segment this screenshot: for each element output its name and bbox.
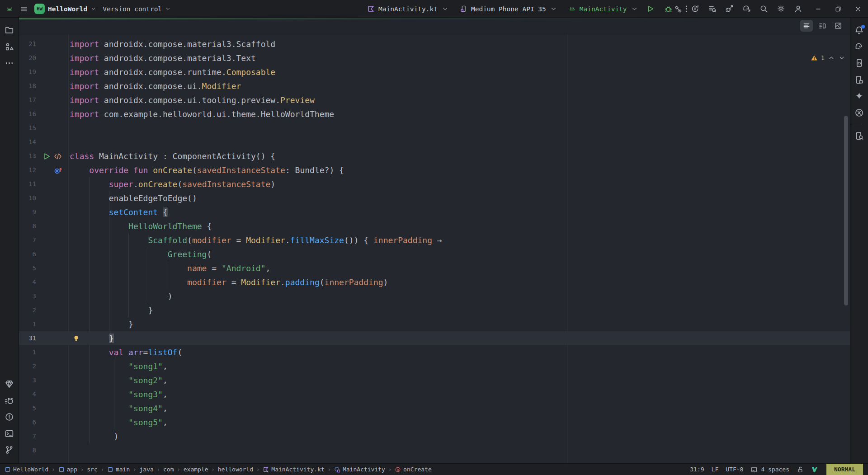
- code-line[interactable]: 2 "song1",: [19, 359, 850, 373]
- code-line[interactable]: 7 Scaffold(modifier = Modifier.fillMaxSi…: [19, 233, 850, 247]
- attach-debugger-button[interactable]: [723, 3, 735, 15]
- gutter[interactable]: [39, 289, 62, 303]
- gutter[interactable]: [39, 163, 62, 177]
- code-line[interactable]: 20import androidx.compose.material3.Text: [19, 51, 850, 65]
- code-line[interactable]: 6 Greeting(: [19, 247, 850, 261]
- code-line[interactable]: 5 "song4",: [19, 401, 850, 415]
- gutter[interactable]: [39, 331, 62, 345]
- settings-button[interactable]: [775, 3, 787, 15]
- code-line[interactable]: 1 val arr=listOf(: [19, 345, 850, 359]
- window-restore-button[interactable]: [828, 0, 848, 18]
- resource-manager-tool-button[interactable]: [2, 39, 17, 54]
- breadcrumb-item-helloworld[interactable]: HelloWorld: [5, 466, 48, 473]
- gutter[interactable]: [39, 51, 62, 65]
- main-menu-button[interactable]: [20, 5, 28, 13]
- gutter[interactable]: [39, 121, 62, 135]
- profile-button[interactable]: [792, 3, 804, 15]
- gutter[interactable]: [39, 415, 62, 429]
- logcat-tool-button[interactable]: [2, 393, 17, 408]
- code-line[interactable]: 1 }: [19, 317, 850, 331]
- code-line[interactable]: 16import com.example.helloworld.ui.theme…: [19, 107, 850, 121]
- run-button[interactable]: [645, 3, 656, 15]
- code-line[interactable]: 2 }: [19, 303, 850, 317]
- gutter[interactable]: [39, 149, 62, 163]
- editor-view-split-button[interactable]: [816, 20, 829, 32]
- code-line[interactable]: 14: [19, 135, 850, 149]
- gutter[interactable]: [39, 429, 62, 443]
- project-selector[interactable]: HW HelloWorld: [34, 4, 96, 14]
- app-quality-insights-button[interactable]: [852, 105, 867, 120]
- breadcrumb-item-oncreate[interactable]: monCreate: [395, 466, 432, 473]
- terminal-tool-button[interactable]: [2, 426, 17, 441]
- gutter[interactable]: [39, 373, 62, 387]
- breadcrumb-item-java[interactable]: java: [140, 466, 154, 473]
- gutter[interactable]: [39, 443, 62, 457]
- indent-widget[interactable]: 4 spaces: [750, 466, 789, 473]
- code-line[interactable]: 17import androidx.compose.ui.tooling.pre…: [19, 93, 850, 107]
- gutter[interactable]: [39, 65, 62, 79]
- gutter[interactable]: [39, 247, 62, 261]
- gutter[interactable]: [39, 219, 62, 233]
- code-line[interactable]: 4 modifier = Modifier.padding(innerPaddi…: [19, 275, 850, 289]
- gradle-tool-button[interactable]: [852, 39, 867, 54]
- line-ending-widget[interactable]: LF: [712, 466, 719, 473]
- override-gutter-icon[interactable]: [53, 166, 62, 175]
- gutter[interactable]: [39, 79, 62, 93]
- unlocked-icon[interactable]: [797, 466, 804, 473]
- gutter[interactable]: [39, 37, 62, 51]
- previous-issue-button[interactable]: [828, 54, 835, 61]
- vcs-widget[interactable]: Version control: [103, 5, 171, 13]
- code-line[interactable]: 13class MainActivity : ComponentActivity…: [19, 149, 850, 163]
- build-button[interactable]: [672, 3, 684, 15]
- gemini-assistant-button[interactable]: [852, 89, 867, 104]
- code-line[interactable]: 31 }: [19, 331, 850, 345]
- window-minimize-button[interactable]: [808, 0, 828, 18]
- breadcrumb-item-mainactivity[interactable]: MainActivity: [334, 466, 385, 473]
- gutter[interactable]: [39, 275, 62, 289]
- editor-view-code-button[interactable]: [800, 20, 813, 32]
- code-line[interactable]: 5 name = "Android",: [19, 261, 850, 275]
- sync-button[interactable]: A: [689, 3, 701, 15]
- code-line[interactable]: 3 ): [19, 289, 850, 303]
- breadcrumb-item-mainactivity-kt[interactable]: MainActivity.kt: [263, 466, 324, 473]
- breadcrumb-item-app[interactable]: app: [58, 466, 77, 473]
- problems-tool-button[interactable]: [2, 409, 17, 425]
- code-line[interactable]: 3 "song2",: [19, 373, 850, 387]
- code-line[interactable]: 18import androidx.compose.ui.Modifier: [19, 79, 850, 93]
- gutter[interactable]: [39, 233, 62, 247]
- compose-gutter-icon[interactable]: [53, 152, 62, 161]
- vim-plugin-icon[interactable]: [811, 466, 818, 473]
- vim-mode-badge[interactable]: NORMAL: [826, 464, 863, 475]
- code-area[interactable]: 21import androidx.compose.material3.Scaf…: [19, 34, 850, 463]
- code-line[interactable]: 21import androidx.compose.material3.Scaf…: [19, 37, 850, 51]
- cursor-position-widget[interactable]: 31:9: [690, 466, 704, 473]
- breadcrumb-item-main[interactable]: main: [107, 466, 130, 473]
- notifications-button[interactable]: [852, 23, 867, 38]
- code-line[interactable]: 8: [19, 443, 850, 457]
- gutter[interactable]: [39, 261, 62, 275]
- inspection-widget[interactable]: 1: [811, 54, 845, 61]
- device-selector[interactable]: Medium Phone API 35: [460, 5, 557, 13]
- gutter[interactable]: [39, 401, 62, 415]
- window-close-button[interactable]: [848, 0, 868, 18]
- device-manager-tool-button[interactable]: [852, 72, 867, 87]
- code-line[interactable]: 11 super.onCreate(savedInstanceState): [19, 177, 850, 191]
- editor-view-design-button[interactable]: [832, 20, 844, 32]
- gutter[interactable]: [39, 107, 62, 121]
- breadcrumb-item-example[interactable]: example: [184, 466, 208, 473]
- breadcrumb-item-helloworld[interactable]: helloworld: [218, 466, 253, 473]
- gutter[interactable]: [39, 177, 62, 191]
- file-selector[interactable]: MainActivity.kt: [367, 5, 449, 13]
- code-line[interactable]: 9 setContent {: [19, 205, 850, 219]
- encoding-widget[interactable]: UTF-8: [726, 466, 743, 473]
- gutter[interactable]: [39, 135, 62, 149]
- more-tool-windows-button[interactable]: [2, 56, 17, 71]
- device-explorer-tool-button[interactable]: [852, 128, 867, 143]
- code-line[interactable]: 12 override fun onCreate(savedInstanceSt…: [19, 163, 850, 177]
- code-line[interactable]: 6 "song5",: [19, 415, 850, 429]
- gutter[interactable]: [39, 317, 62, 331]
- code-line[interactable]: 15: [19, 121, 850, 135]
- gemini-tool-button[interactable]: [2, 376, 17, 392]
- gradle-sync-button[interactable]: [741, 3, 752, 15]
- editor-scrollbar[interactable]: [844, 116, 848, 306]
